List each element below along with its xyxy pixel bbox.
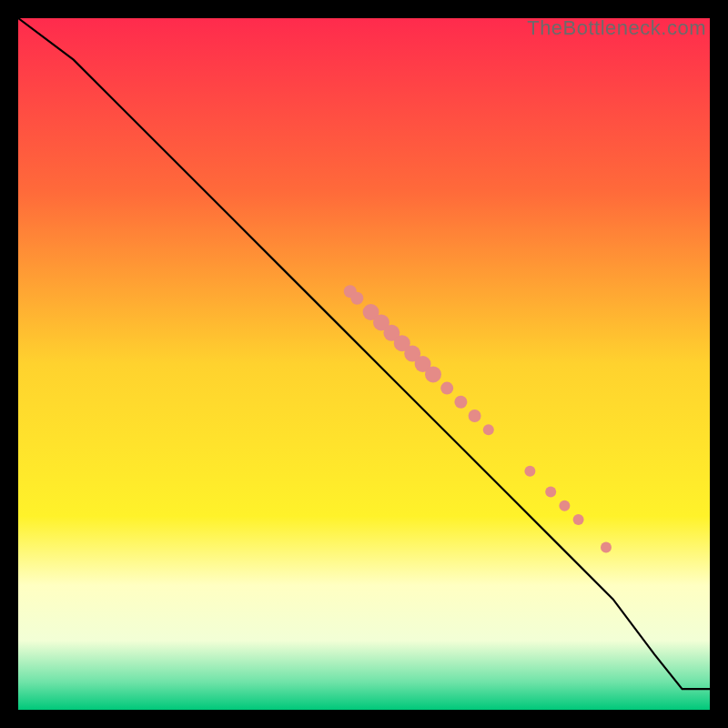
data-point xyxy=(545,487,556,498)
data-point xyxy=(350,292,363,305)
data-point xyxy=(559,500,570,511)
data-point xyxy=(469,410,481,422)
chart-plot xyxy=(18,18,710,710)
data-point xyxy=(440,382,453,395)
data-point xyxy=(573,514,584,525)
chart-frame: TheBottleneck.com xyxy=(18,18,710,710)
data-point xyxy=(601,541,612,552)
gradient-background xyxy=(18,18,710,710)
data-point xyxy=(425,366,441,382)
data-point xyxy=(454,396,467,409)
data-point xyxy=(524,466,535,477)
watermark-text: TheBottleneck.com xyxy=(527,16,706,40)
data-point xyxy=(483,424,494,435)
